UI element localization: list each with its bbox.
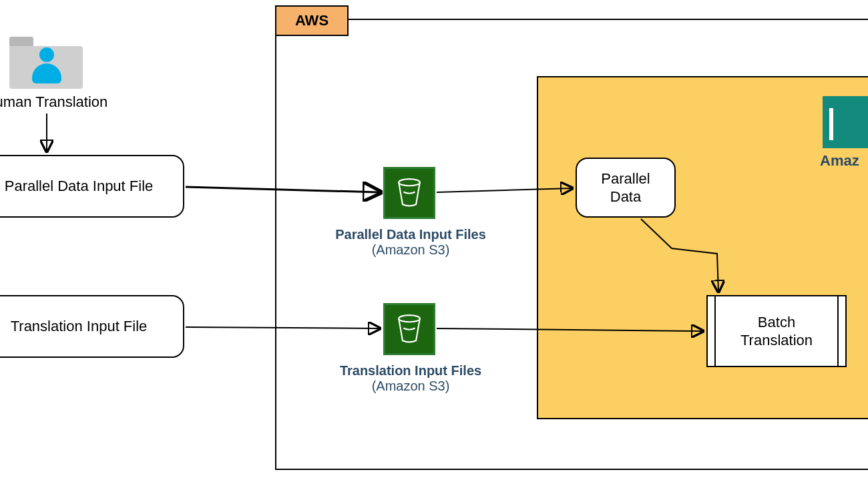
folder-icon (9, 37, 83, 89)
s3-translation-icon (383, 303, 435, 355)
svg-point-1 (399, 315, 420, 322)
aws-tab: AWS (275, 5, 349, 36)
svg-point-0 (399, 179, 420, 186)
batch-translation-label: Batch Translation (740, 313, 813, 350)
s3-translation-sub: (Amazon S3) (314, 379, 507, 394)
s3-parallel-caption: Parallel Data Input Files (Amazon S3) (314, 227, 507, 258)
diagram-canvas: Human Translation Parallel Data Input Fi… (0, 0, 868, 488)
s3-bucket-icon (383, 303, 435, 355)
parallel-data-input-file-box: Parallel Data Input File (0, 155, 184, 218)
amazon-translate-label: Amaz (820, 152, 859, 170)
s3-parallel-sub: (Amazon S3) (314, 242, 507, 258)
s3-bucket-icon (383, 167, 435, 219)
parallel-data-input-file-label: Parallel Data Input File (5, 177, 154, 196)
human-translation-label: Human Translation (0, 93, 116, 111)
amazon-translate-icon (823, 96, 868, 148)
person-icon (32, 47, 61, 83)
s3-parallel-icon (383, 167, 435, 219)
parallel-data-label: Parallel Data (601, 170, 650, 206)
s3-parallel-title: Parallel Data Input Files (314, 227, 507, 242)
aws-tab-label: AWS (295, 12, 329, 29)
translation-input-file-box: Translation Input File (0, 295, 184, 358)
parallel-data-box: Parallel Data (576, 158, 676, 218)
translation-input-file-label: Translation Input File (11, 317, 148, 336)
s3-translation-title: Translation Input Files (314, 363, 507, 379)
s3-translation-caption: Translation Input Files (Amazon S3) (314, 363, 507, 394)
amazon-translate-region (537, 76, 868, 419)
batch-translation-box: Batch Translation (706, 295, 847, 367)
